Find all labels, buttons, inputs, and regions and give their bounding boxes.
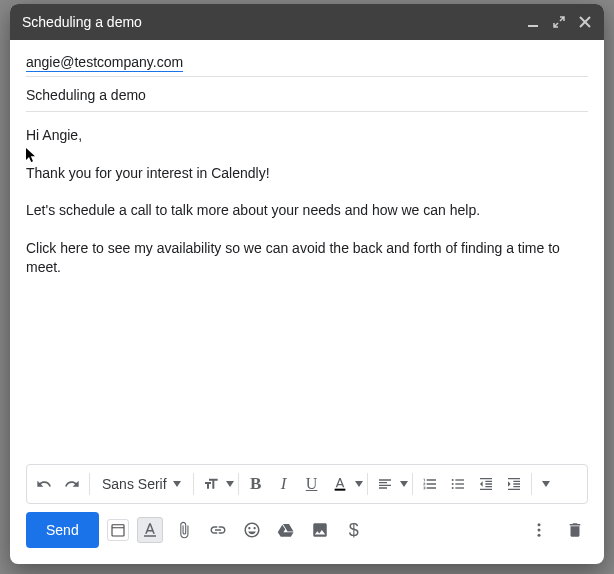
formatting-options-button[interactable]: [137, 517, 163, 543]
message-body[interactable]: Hi Angie, Thank you for your interest in…: [10, 112, 604, 464]
expand-icon[interactable]: [552, 15, 566, 29]
chevron-down-icon: [173, 481, 181, 487]
schedule-send-button[interactable]: [107, 519, 129, 541]
confidential-mode-button[interactable]: $: [341, 517, 367, 543]
svg-point-15: [538, 534, 541, 537]
svg-rect-9: [455, 487, 464, 488]
compose-window: Scheduling a demo angie@testcompany.com …: [10, 4, 604, 564]
window-title: Scheduling a demo: [22, 14, 526, 30]
titlebar: Scheduling a demo: [10, 4, 604, 40]
chevron-down-icon[interactable]: [226, 481, 234, 487]
close-icon[interactable]: [578, 15, 592, 29]
body-line: Click here to see my availability so we …: [26, 239, 588, 278]
svg-point-6: [451, 487, 453, 489]
insert-drive-button[interactable]: [273, 517, 299, 543]
bottom-toolbar: Send $: [10, 512, 604, 564]
more-options-button[interactable]: [526, 517, 552, 543]
font-family-label: Sans Serif: [102, 476, 167, 492]
attach-toolbar: $: [107, 517, 518, 543]
svg-rect-3: [334, 489, 345, 491]
svg-point-14: [538, 529, 541, 532]
divider: [238, 473, 239, 495]
font-family-dropdown[interactable]: Sans Serif: [94, 470, 189, 498]
indent-less-button[interactable]: [473, 470, 499, 498]
bulleted-list-button[interactable]: [445, 470, 471, 498]
svg-rect-10: [112, 525, 124, 536]
svg-point-4: [451, 479, 453, 481]
chevron-down-icon[interactable]: [355, 481, 363, 487]
divider: [367, 473, 368, 495]
insert-link-button[interactable]: [205, 517, 231, 543]
minimize-icon[interactable]: [526, 15, 540, 29]
subject-field[interactable]: Scheduling a demo: [26, 77, 588, 112]
svg-rect-12: [144, 535, 156, 537]
indent-more-button[interactable]: [501, 470, 527, 498]
chevron-down-icon[interactable]: [400, 481, 408, 487]
svg-point-13: [538, 523, 541, 526]
bold-button[interactable]: B: [243, 470, 269, 498]
svg-rect-8: [455, 483, 464, 484]
insert-photo-button[interactable]: [307, 517, 333, 543]
body-line: Hi Angie,: [26, 126, 588, 146]
text-color-button[interactable]: [327, 470, 353, 498]
underline-button[interactable]: U: [299, 470, 325, 498]
header-fields: angie@testcompany.com Scheduling a demo: [10, 40, 604, 112]
redo-button[interactable]: [59, 470, 85, 498]
body-line: Let's schedule a call to talk more about…: [26, 201, 588, 221]
italic-button[interactable]: I: [271, 470, 297, 498]
svg-rect-7: [455, 479, 464, 480]
window-controls: [526, 15, 592, 29]
body-line: Thank you for your interest in Calendly!: [26, 164, 588, 184]
bottom-right-controls: [526, 517, 588, 543]
font-size-button[interactable]: [198, 470, 224, 498]
send-button[interactable]: Send: [26, 512, 99, 548]
attach-file-button[interactable]: [171, 517, 197, 543]
divider: [531, 473, 532, 495]
formatting-toolbar: Sans Serif B I U: [26, 464, 588, 504]
recipient-chip[interactable]: angie@testcompany.com: [26, 54, 183, 72]
discard-draft-button[interactable]: [562, 517, 588, 543]
svg-point-5: [451, 483, 453, 485]
numbered-list-button[interactable]: [417, 470, 443, 498]
divider: [89, 473, 90, 495]
divider: [412, 473, 413, 495]
insert-emoji-button[interactable]: [239, 517, 265, 543]
recipients-field[interactable]: angie@testcompany.com: [26, 48, 588, 77]
divider: [193, 473, 194, 495]
more-formatting-dropdown[interactable]: [536, 481, 556, 487]
align-button[interactable]: [372, 470, 398, 498]
undo-button[interactable]: [31, 470, 57, 498]
